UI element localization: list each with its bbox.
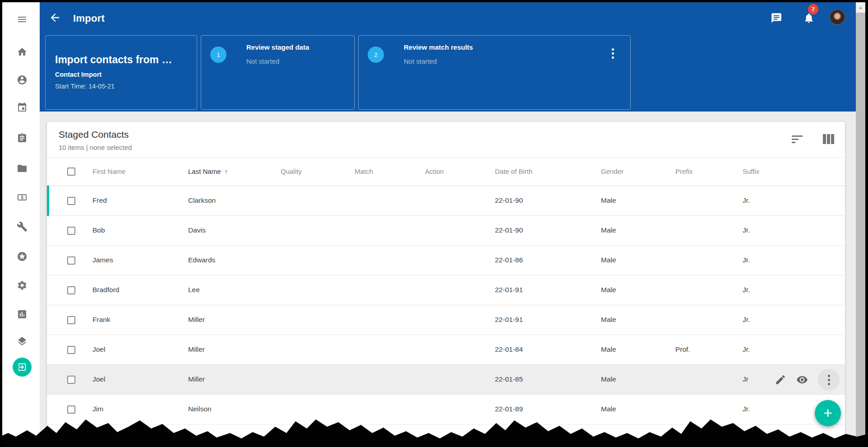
cell-last-name: Lee: [188, 286, 200, 294]
import-summary-title: Import contacts from …: [55, 54, 172, 66]
step-2-status: Not started: [404, 57, 437, 65]
column-header-action[interactable]: Action: [425, 168, 444, 175]
cell-first-name: Bradford: [92, 286, 119, 294]
cell-first-name: Frank: [92, 316, 111, 324]
row-checkbox[interactable]: [67, 405, 75, 414]
row-checkbox[interactable]: [67, 376, 75, 384]
wizard-more-options-icon[interactable]: [608, 48, 618, 60]
sidebar-item-payments[interactable]: $: [17, 192, 28, 203]
row-checkbox[interactable]: [67, 286, 75, 294]
cell-last-name: Miller: [188, 375, 205, 383]
screen: Import 7 Import contacts from … Contact …: [0, 0, 868, 447]
cell-first-name: James: [92, 256, 113, 264]
row-checkbox[interactable]: [67, 316, 75, 324]
cell-date-of-birth: 22-01-91: [495, 286, 523, 294]
cell-suffix: Jr: [743, 375, 748, 383]
sidebar-item-settings[interactable]: [17, 280, 28, 291]
column-header-last-name[interactable]: Last Name↑: [188, 168, 228, 175]
cell-date-of-birth: 22-01-84: [495, 345, 523, 354]
sidebar-item-tasks[interactable]: [17, 133, 28, 144]
cell-date-of-birth: 22-01-90: [495, 196, 523, 205]
sort-icon[interactable]: [792, 135, 803, 144]
edit-pencil-icon[interactable]: [775, 374, 786, 386]
cell-gender: Male: [601, 316, 616, 324]
row-more-options-icon[interactable]: [818, 369, 840, 391]
row-accent-indicator: [47, 186, 49, 216]
table-row[interactable]: Fred Clarkson 22-01-90 Male Jr.: [47, 186, 845, 216]
column-header-prefix[interactable]: Prefix: [675, 168, 693, 175]
select-all-checkbox[interactable]: [67, 168, 75, 176]
sidebar-item-contacts[interactable]: [17, 74, 28, 85]
cell-suffix: Jr.: [743, 345, 750, 354]
chat-icon[interactable]: [771, 12, 782, 24]
user-avatar[interactable]: [830, 9, 845, 25]
frame-edge-top: [0, 0, 868, 2]
cell-last-name: Edwards: [188, 256, 215, 264]
cell-gender: Male: [601, 375, 616, 383]
table-row[interactable]: James Edwards 22-01-86 Male Jr.: [47, 246, 845, 275]
sidebar-item-documents[interactable]: [17, 163, 28, 174]
sidebar-item-reports[interactable]: [17, 309, 28, 320]
column-header-match[interactable]: Match: [355, 168, 373, 175]
menu-icon[interactable]: [17, 14, 28, 25]
sidebar-item-import-active[interactable]: [13, 358, 32, 377]
table-row[interactable]: Bradford Lee 22-01-91 Male Jr.: [47, 275, 845, 305]
cell-gender: Male: [601, 256, 616, 264]
svg-text:$: $: [21, 195, 23, 200]
table-selection-summary: 10 items | none selected: [59, 144, 132, 151]
row-checkbox[interactable]: [67, 346, 75, 354]
row-checkbox[interactable]: [67, 256, 75, 265]
row-checkbox[interactable]: [67, 227, 75, 235]
table-row[interactable]: Frank Miller 22-01-91 Male Jr.: [47, 305, 845, 335]
page-title: Import: [73, 13, 105, 24]
column-header-quality[interactable]: Quality: [281, 168, 302, 175]
table-title: Staged Contacts: [59, 129, 129, 140]
sidebar-item-home[interactable]: [17, 47, 28, 57]
column-header-date-of-birth[interactable]: Date of Birth: [495, 168, 532, 175]
column-header-suffix[interactable]: Suffix: [743, 168, 759, 175]
sidebar-item-featured[interactable]: [17, 251, 28, 262]
preview-eye-icon[interactable]: [796, 374, 808, 386]
scroll-up-button[interactable]: ▲: [856, 2, 865, 13]
back-arrow-icon[interactable]: [49, 11, 61, 24]
step-2-number-badge: 2: [368, 47, 384, 63]
column-header-first-name[interactable]: First Name: [92, 168, 125, 175]
cell-gender: Male: [601, 196, 616, 205]
table-row[interactable]: Joel Miller 22-01-85 Male Jr: [47, 365, 845, 395]
columns-icon[interactable]: [822, 134, 834, 144]
notification-count-badge: 7: [808, 4, 818, 14]
sidebar-item-tools[interactable]: [17, 221, 28, 232]
row-hover-actions: [775, 368, 840, 391]
cell-last-name: Miller: [188, 316, 205, 324]
cell-first-name: Fred: [92, 196, 107, 205]
sidebar-item-layers[interactable]: [17, 336, 28, 347]
sidebar-item-calendar[interactable]: [17, 102, 28, 113]
cell-last-name: Davis: [188, 226, 206, 234]
table-row[interactable]: Bob Davis 22-01-90 Male Jr.: [47, 216, 845, 246]
app-bar-panel: Import 7 Import contacts from … Contact …: [40, 2, 856, 112]
cell-suffix: Jr.: [743, 316, 750, 324]
cell-first-name: Jim: [92, 405, 103, 413]
scroll-up-arrow-icon: ▲: [859, 5, 863, 10]
cell-suffix: Jr.: [743, 226, 750, 234]
vertical-scrollbar[interactable]: ▲: [856, 2, 865, 447]
cell-date-of-birth: 22-01-85: [495, 375, 523, 383]
frame-edge-right: [865, 0, 868, 447]
column-header-gender[interactable]: Gender: [601, 168, 623, 175]
wizard-step-1-card[interactable]: 1 Review staged data Not started: [201, 35, 355, 110]
step-1-status: Not started: [246, 57, 279, 65]
table-row[interactable]: Joel Miller 22-01-84 Male Prof. Jr.: [47, 335, 845, 365]
table-header-row: First Name Last Name↑ Quality Match Acti…: [47, 157, 845, 186]
step-1-number-badge: 1: [210, 47, 226, 63]
frame-edge-left: [0, 0, 2, 447]
cell-suffix: Jr.: [743, 256, 750, 264]
wizard-step-2-card[interactable]: 2 Review match results Not started: [358, 35, 631, 110]
cell-suffix: Jr.: [743, 405, 750, 413]
row-checkbox[interactable]: [67, 197, 75, 205]
cell-date-of-birth: 22-01-91: [495, 316, 523, 324]
step-2-title: Review match results: [404, 43, 473, 51]
table-body: Fred Clarkson 22-01-90 Male Jr. Bob Davi…: [47, 186, 845, 424]
cell-gender: Male: [601, 405, 616, 413]
add-contact-fab[interactable]: +: [815, 400, 841, 426]
import-summary-card: Import contacts from … Contact Import St…: [45, 35, 197, 110]
